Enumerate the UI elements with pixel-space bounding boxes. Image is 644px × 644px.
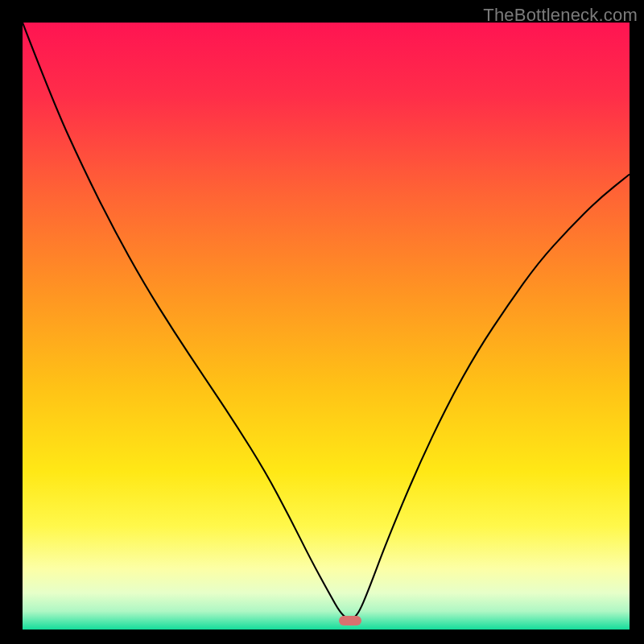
plot-area [23, 23, 630, 630]
optimal-point-marker [339, 616, 361, 625]
bottleneck-curve [23, 23, 630, 630]
watermark-text: TheBottleneck.com [483, 5, 638, 26]
chart-frame: TheBottleneck.com [0, 0, 644, 644]
